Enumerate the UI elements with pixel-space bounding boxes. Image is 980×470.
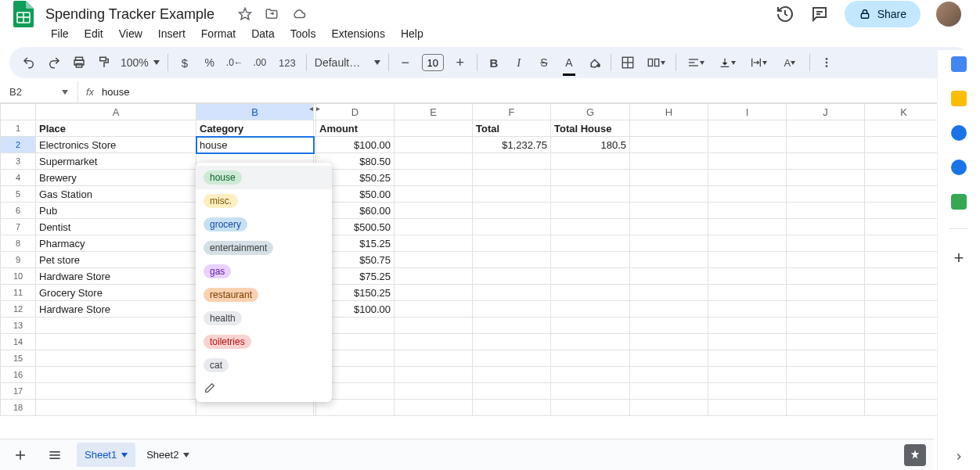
cell-A15[interactable] [36, 350, 196, 367]
more-formats-button[interactable]: 123 [273, 52, 301, 74]
cell-H3[interactable] [630, 153, 708, 170]
row-header-6[interactable]: 6 [1, 203, 36, 219]
cell-A17[interactable] [36, 383, 196, 400]
account-avatar[interactable] [936, 2, 961, 27]
name-box[interactable]: B2 [0, 81, 78, 102]
bold-button[interactable]: B [482, 52, 506, 74]
row-header-1[interactable]: 1 [1, 120, 36, 137]
decrease-font-button[interactable]: − [394, 52, 417, 74]
maps-icon[interactable] [951, 194, 967, 210]
dropdown-option-toiletries[interactable]: toiletries [196, 330, 332, 353]
row-header-9[interactable]: 9 [1, 252, 36, 268]
cell-E4[interactable] [395, 170, 473, 186]
cell-K8[interactable] [865, 235, 943, 252]
valign-button[interactable] [712, 52, 742, 74]
cell-F15[interactable] [473, 350, 551, 367]
col-header-E[interactable]: E [395, 104, 473, 120]
row-header-14[interactable]: 14 [1, 334, 36, 350]
formula-input[interactable]: house [102, 86, 129, 98]
cell-H1[interactable] [630, 120, 708, 137]
cell-G5[interactable] [551, 186, 630, 203]
cell-H4[interactable] [630, 170, 708, 186]
cell-H15[interactable] [630, 350, 708, 367]
cell-K10[interactable] [865, 268, 943, 285]
cell-K9[interactable] [865, 252, 943, 268]
cell-G7[interactable] [551, 219, 630, 235]
cell-K14[interactable] [865, 334, 943, 350]
cell-J6[interactable] [787, 203, 865, 219]
cell-F14[interactable] [473, 334, 551, 350]
cell-E7[interactable] [395, 219, 473, 235]
print-button[interactable] [67, 52, 91, 74]
cell-H2[interactable] [630, 137, 708, 153]
cell-J4[interactable] [787, 170, 865, 186]
cell-I9[interactable] [708, 252, 787, 268]
cell-E10[interactable] [395, 268, 473, 285]
cell-G18[interactable] [551, 400, 630, 416]
cell-J8[interactable] [787, 235, 865, 252]
dropdown-option-house[interactable]: house [196, 166, 332, 189]
cell-B1[interactable]: Category [196, 120, 314, 137]
cell-J3[interactable] [787, 153, 865, 170]
menu-data[interactable]: Data [245, 24, 281, 43]
cell-G1[interactable]: Total House [551, 120, 630, 137]
row-header-5[interactable]: 5 [1, 186, 36, 203]
cell-A4[interactable]: Brewery [36, 170, 196, 186]
strikethrough-button[interactable]: S [532, 52, 556, 74]
cell-D2[interactable]: $100.00 [316, 137, 395, 153]
cell-H8[interactable] [630, 235, 708, 252]
menu-help[interactable]: Help [395, 24, 430, 43]
cell-H11[interactable] [630, 285, 708, 301]
cell-K16[interactable] [865, 367, 943, 383]
cell-I14[interactable] [708, 334, 787, 350]
cell-H5[interactable] [630, 186, 708, 203]
cell-F7[interactable] [473, 219, 551, 235]
cell-I10[interactable] [708, 268, 787, 285]
cell-J2[interactable] [787, 137, 865, 153]
cell-B2[interactable]: house [196, 137, 314, 153]
cell-J18[interactable] [787, 400, 865, 416]
col-header-G[interactable]: G [551, 104, 630, 120]
cell-H9[interactable] [630, 252, 708, 268]
cell-G4[interactable] [551, 170, 630, 186]
col-header-B[interactable]: B◂ [196, 104, 314, 120]
cell-G8[interactable] [551, 235, 630, 252]
cell-F18[interactable] [473, 400, 551, 416]
col-header-K[interactable]: K [865, 104, 943, 120]
cell-F2[interactable]: $1,232.75 [473, 137, 551, 153]
zoom-dropdown[interactable]: 100% [117, 56, 163, 69]
cell-J1[interactable] [787, 120, 865, 137]
cell-F16[interactable] [473, 367, 551, 383]
menu-format[interactable]: Format [195, 24, 242, 43]
cell-K3[interactable] [865, 153, 943, 170]
row-header-12[interactable]: 12 [1, 301, 36, 318]
share-button[interactable]: Share [845, 1, 921, 27]
cell-G15[interactable] [551, 350, 630, 367]
cell-E6[interactable] [395, 203, 473, 219]
cell-F10[interactable] [473, 268, 551, 285]
sheets-logo[interactable] [8, 0, 39, 30]
document-title[interactable]: Spending Tracker Example [41, 5, 219, 23]
cell-E2[interactable] [395, 137, 473, 153]
percent-button[interactable]: % [198, 52, 222, 74]
spreadsheet-grid[interactable]: AB◂D▸EFGHIJK1PlaceCategoryAmountTotalTot… [0, 103, 928, 416]
cell-A10[interactable]: Hardware Store [36, 268, 196, 285]
row-header-11[interactable]: 11 [1, 285, 36, 301]
row-header-13[interactable]: 13 [1, 318, 36, 334]
cell-I3[interactable] [708, 153, 787, 170]
cell-J14[interactable] [787, 334, 865, 350]
paint-format-button[interactable] [92, 52, 116, 74]
cell-H13[interactable] [630, 318, 708, 334]
row-header-7[interactable]: 7 [1, 219, 36, 235]
cell-A9[interactable]: Pet store [36, 252, 196, 268]
cell-G3[interactable] [551, 153, 630, 170]
cell-E18[interactable] [395, 400, 473, 416]
cell-F12[interactable] [473, 301, 551, 318]
undo-button[interactable] [17, 52, 41, 74]
cell-E11[interactable] [395, 285, 473, 301]
cell-K12[interactable] [865, 301, 943, 318]
col-header-F[interactable]: F [473, 104, 551, 120]
row-header-2[interactable]: 2 [1, 137, 36, 153]
cell-I8[interactable] [708, 235, 787, 252]
cell-H18[interactable] [630, 400, 708, 416]
